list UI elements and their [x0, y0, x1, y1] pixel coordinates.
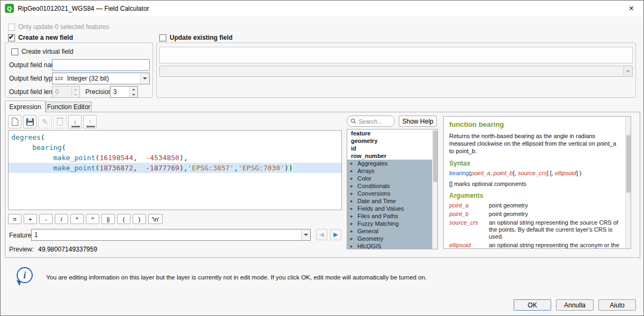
precision-value: 3	[111, 88, 129, 96]
expand-arrow-icon[interactable]: ▸	[350, 227, 353, 235]
code-line[interactable]: make_point(18736872, -1877769),'EPSG:385…	[9, 163, 341, 173]
tree-item-label: feature	[351, 130, 371, 137]
tree-item[interactable]: ▸Fuzzy Matching	[347, 220, 432, 227]
expression-editor[interactable]: degrees( bearing( make_point(16198544, -…	[8, 130, 342, 210]
search-icon	[350, 118, 356, 124]
expand-arrow-icon[interactable]: ▸	[350, 160, 353, 167]
chevron-down-icon[interactable]	[301, 229, 310, 240]
tree-item[interactable]: ▸Fields and Values	[347, 205, 432, 212]
tab-expression[interactable]: Expression	[5, 100, 46, 112]
help-scrollbar[interactable]	[625, 117, 631, 248]
create-virtual-field-checkbox[interactable]: Create virtual field	[11, 48, 74, 55]
previous-feature-button: ◀	[316, 229, 327, 240]
tree-item[interactable]: ▸Conversions	[347, 190, 432, 197]
operator-button[interactable]: '\n'	[148, 214, 163, 224]
output-field-name-input[interactable]	[52, 59, 150, 71]
dialog-buttons: OK Annulla Aiuto	[514, 299, 636, 311]
operator-button[interactable]: ||	[101, 214, 115, 224]
close-icon[interactable]: ×	[619, 1, 643, 16]
code-line[interactable]: make_point(16198544, -4534850),	[9, 153, 341, 163]
function-search-input[interactable]: Search...	[347, 116, 395, 127]
expand-arrow-icon[interactable]: ▸	[350, 205, 353, 212]
tree-item[interactable]: ▸Geometry	[347, 235, 432, 242]
expand-arrow-icon[interactable]: ▸	[350, 235, 353, 242]
show-help-button[interactable]: Show Help	[399, 116, 437, 127]
checkbox-box	[11, 48, 18, 55]
tree-item[interactable]: ▸General	[347, 227, 432, 235]
tree-item[interactable]: row_number	[347, 152, 432, 160]
operator-button[interactable]: =	[8, 214, 21, 224]
edit-mode-message: You are editing information on this laye…	[46, 274, 561, 281]
feature-value: 1	[32, 231, 38, 239]
tree-item[interactable]: feature	[347, 130, 432, 137]
argument-description: an optional string representing the acro…	[489, 242, 622, 249]
export-expression-button[interactable]: ↑	[83, 115, 97, 128]
edit-expression-button: ✎	[38, 115, 52, 128]
feature-select[interactable]: 1	[31, 229, 311, 241]
tree-item[interactable]: geometry	[347, 137, 432, 145]
tree-item[interactable]: ▸Files and Paths	[347, 212, 432, 220]
expand-arrow-icon[interactable]: ▸	[350, 220, 353, 227]
tree-item[interactable]: ▸Date and Time	[347, 197, 432, 205]
argument-name: point_b	[449, 211, 489, 218]
tree-item-label: Files and Paths	[357, 213, 398, 219]
spinner-buttons[interactable]	[129, 87, 137, 97]
argument-description: point geometry	[489, 202, 622, 209]
operator-button[interactable]: -	[39, 214, 53, 224]
create-new-field-checkbox[interactable]: Create a new field	[8, 34, 73, 41]
new-icon	[12, 118, 18, 126]
import-expression-button[interactable]: ↓	[68, 115, 82, 128]
integer-type-icon: 123	[53, 76, 63, 81]
update-existing-field-checkbox[interactable]: Update existing field	[159, 34, 232, 41]
next-feature-button[interactable]: ▶	[330, 229, 341, 240]
operator-button[interactable]: /	[55, 214, 68, 224]
expand-arrow-icon[interactable]: ▸	[350, 197, 353, 205]
precision-spinner[interactable]: 3	[110, 86, 138, 98]
expand-arrow-icon[interactable]: ▸	[350, 182, 353, 190]
existing-field-list	[159, 47, 633, 63]
expand-arrow-icon[interactable]: ▸	[350, 212, 353, 220]
code-line[interactable]: bearing(	[9, 142, 341, 153]
tree-item[interactable]: ▸HfcQGIS	[347, 242, 432, 249]
function-tree[interactable]: featuregeometryidrow_number▸Aggregates▸A…	[347, 129, 438, 249]
delete-expression-button	[53, 115, 67, 128]
import-icon: ↓	[73, 117, 77, 126]
tab-function-editor[interactable]: Function Editor	[46, 102, 92, 112]
optional-note: [] marks optional components	[449, 181, 622, 187]
chevron-down-icon[interactable]	[140, 73, 149, 84]
ok-button[interactable]: OK	[514, 299, 551, 311]
operator-button[interactable]: +	[24, 214, 37, 224]
operator-button[interactable]: ^	[86, 214, 99, 224]
precision-label: Precision	[85, 88, 112, 96]
operator-button[interactable]: *	[70, 214, 84, 224]
tree-item-label: Date and Time	[357, 198, 396, 204]
expand-arrow-icon[interactable]: ▸	[350, 242, 353, 249]
new-expression-button[interactable]	[8, 115, 21, 128]
checkbox-label: Only update 0 selected features	[18, 23, 109, 31]
help-button[interactable]: Aiuto	[598, 299, 636, 311]
expand-arrow-icon[interactable]: ▸	[350, 167, 353, 175]
operator-button[interactable]: )	[133, 214, 146, 224]
scrollbar-thumb[interactable]	[626, 135, 631, 193]
tree-item[interactable]: ▸Arrays	[347, 167, 432, 175]
tree-item[interactable]: id	[347, 145, 432, 152]
expand-arrow-icon[interactable]: ▸	[350, 175, 353, 182]
cancel-button[interactable]: Annulla	[556, 299, 594, 311]
function-tree-scrollbar[interactable]	[432, 130, 437, 249]
checkbox-box	[159, 34, 166, 41]
spinner-buttons	[71, 87, 79, 97]
help-title: function bearing	[449, 120, 622, 128]
tree-item-label: Aggregates	[357, 160, 387, 167]
output-field-type-select[interactable]: 123 Integer (32 bit)	[52, 73, 150, 84]
syntax-line: bearing(point_a, point_b[, source_crs] […	[449, 170, 622, 176]
tree-item[interactable]: ▸Conditionals	[347, 182, 432, 190]
code-line[interactable]: degrees(	[9, 132, 341, 142]
expand-arrow-icon[interactable]: ▸	[350, 190, 353, 197]
operator-button[interactable]: (	[117, 214, 130, 224]
tree-item[interactable]: ▸Color	[347, 175, 432, 182]
export-icon: ↑	[88, 117, 92, 126]
save-expression-button[interactable]	[23, 115, 36, 128]
tree-item-label: Conversions	[357, 190, 390, 197]
tree-item[interactable]: ▸Aggregates	[347, 160, 432, 167]
scrollbar-thumb[interactable]	[433, 131, 437, 182]
